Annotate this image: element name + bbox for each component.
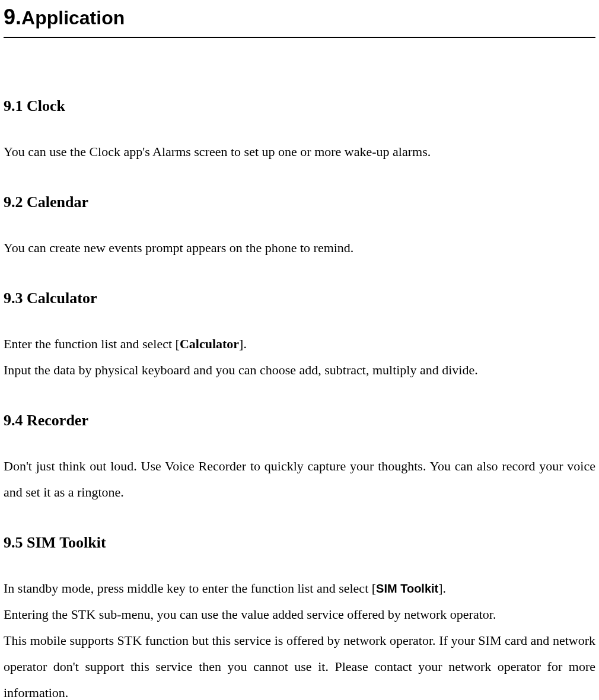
body-paragraph: You can use the Clock app's Alarms scree… xyxy=(4,139,595,165)
body-paragraph: This mobile supports STK function but th… xyxy=(4,628,595,700)
bold-text: Calculator xyxy=(180,336,239,351)
section-heading: 9.5 SIM Toolkit xyxy=(4,534,595,552)
section-heading: 9.1 Clock xyxy=(4,97,595,115)
section-heading: 9.4 Recorder xyxy=(4,412,595,429)
section-heading: 9.2 Calendar xyxy=(4,193,595,211)
section-heading: 9.3 Calculator xyxy=(4,289,595,307)
text-fragment: ]. xyxy=(239,336,247,351)
body-paragraph: Input the data by physical keyboard and … xyxy=(4,357,595,383)
bold-text: SIM Toolkit xyxy=(376,582,438,595)
body-paragraph: You can create new events prompt appears… xyxy=(4,235,595,261)
body-paragraph: In standby mode, press middle key to ent… xyxy=(4,575,595,602)
text-fragment: ]. xyxy=(438,581,446,596)
section-sim-toolkit: 9.5 SIM Toolkit In standby mode, press m… xyxy=(4,534,595,700)
text-fragment: Enter the function list and select [ xyxy=(4,336,180,351)
body-paragraph: Don't just think out loud. Use Voice Rec… xyxy=(4,453,595,505)
section-calculator: 9.3 Calculator Enter the function list a… xyxy=(4,289,595,383)
section-calendar: 9.2 Calendar You can create new events p… xyxy=(4,193,595,261)
chapter-title: 9.Application xyxy=(4,0,595,38)
body-paragraph: Entering the STK sub-menu, you can use t… xyxy=(4,602,595,628)
section-clock: 9.1 Clock You can use the Clock app's Al… xyxy=(4,97,595,165)
section-recorder: 9.4 Recorder Don't just think out loud. … xyxy=(4,412,595,505)
body-paragraph: Enter the function list and select [Calc… xyxy=(4,331,595,357)
text-fragment: In standby mode, press middle key to ent… xyxy=(4,581,376,596)
chapter-number: 9. xyxy=(4,5,21,29)
page-content: 9.Application 9.1 Clock You can use the … xyxy=(0,0,599,700)
chapter-title-text: Application xyxy=(21,7,125,28)
